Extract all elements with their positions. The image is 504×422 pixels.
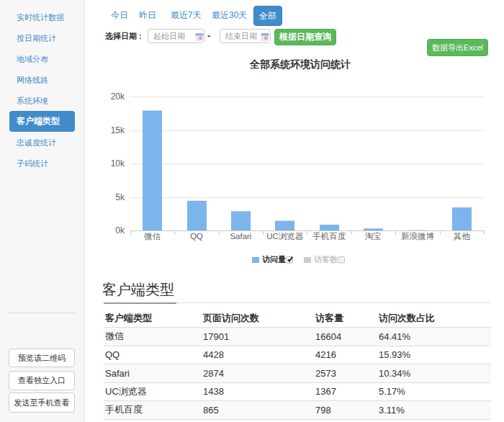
svg-text:其他: 其他 — [454, 232, 471, 241]
svg-text:UC浏览器: UC浏览器 — [266, 232, 304, 241]
svg-text:5k: 5k — [115, 192, 125, 202]
svg-text:新浪微博: 新浪微博 — [401, 232, 434, 241]
svg-text:10k: 10k — [111, 158, 125, 169]
svg-text:QQ: QQ — [190, 232, 203, 241]
svg-text:20k: 20k — [111, 91, 125, 102]
svg-text:微信: 微信 — [143, 232, 161, 241]
svg-text:Safari: Safari — [230, 232, 251, 241]
svg-text:0k: 0k — [115, 225, 125, 235]
svg-text:淘宝: 淘宝 — [365, 232, 382, 241]
svg-text:15k: 15k — [111, 125, 125, 135]
svg-text:手机百度: 手机百度 — [312, 232, 346, 241]
